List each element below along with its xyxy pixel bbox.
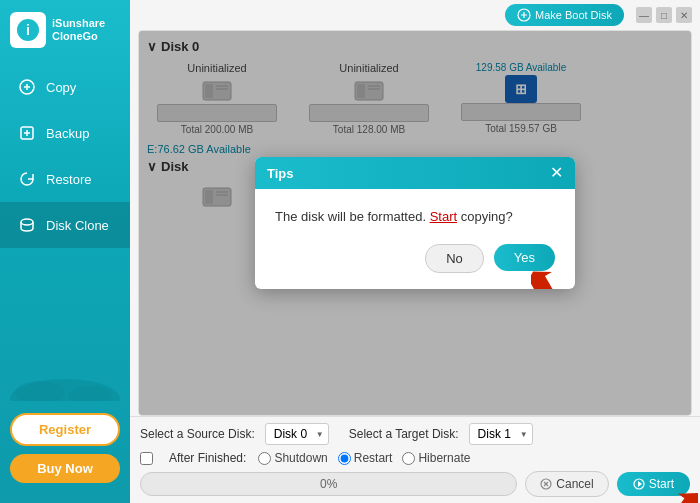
- progress-row: 0% Cancel Star: [140, 471, 690, 497]
- start-icon: [633, 478, 645, 490]
- radio-shutdown[interactable]: Shutdown: [258, 451, 327, 465]
- no-button[interactable]: No: [425, 244, 484, 273]
- disk-area: ∨ Disk 0 Uninitialized Total 200.00 MB: [138, 30, 692, 416]
- app-logo: i iSunshare CloneGo: [0, 0, 130, 60]
- start-button[interactable]: Start: [617, 472, 690, 496]
- main-content: Make Boot Disk — □ ✕ ∨ Disk 0 Uninitiali…: [130, 0, 700, 503]
- buynow-button[interactable]: Buy Now: [10, 454, 120, 483]
- source-target-row: Select a Source Disk: Disk 0 Select a Ta…: [140, 423, 690, 445]
- target-disk-select[interactable]: Disk 1: [469, 423, 533, 445]
- svg-point-4: [21, 219, 33, 225]
- modal-message: The disk will be formatted. Start copyin…: [275, 209, 555, 224]
- minimize-button[interactable]: —: [636, 7, 652, 23]
- window-controls: — □ ✕: [636, 7, 692, 23]
- sidebar-item-restore[interactable]: Restore: [0, 156, 130, 202]
- radio-restart[interactable]: Restart: [338, 451, 393, 465]
- radio-hibernate[interactable]: Hibernate: [402, 451, 470, 465]
- sidebar: i iSunshare CloneGo Copy: [0, 0, 130, 503]
- source-disk-select[interactable]: Disk 0: [265, 423, 329, 445]
- tips-dialog: Tips ✕ The disk will be formatted. Start…: [255, 157, 575, 289]
- titlebar: Make Boot Disk — □ ✕: [130, 0, 700, 30]
- after-finished-row: After Finished: Shutdown Restart Hiberna…: [140, 451, 690, 465]
- svg-text:i: i: [26, 22, 30, 38]
- target-disk-wrapper[interactable]: Disk 1: [469, 423, 533, 445]
- modal-close-button[interactable]: ✕: [550, 165, 563, 181]
- logo-icon: i: [10, 12, 46, 48]
- makeboot-button[interactable]: Make Boot Disk: [505, 4, 624, 26]
- modal-header: Tips ✕: [255, 157, 575, 189]
- progress-text: 0%: [320, 477, 337, 491]
- maximize-button[interactable]: □: [656, 7, 672, 23]
- restore-icon: [16, 168, 38, 190]
- source-disk-wrapper[interactable]: Disk 0: [265, 423, 329, 445]
- radio-group: Shutdown Restart Hibernate: [258, 451, 470, 465]
- sidebar-item-backup[interactable]: Backup: [0, 110, 130, 156]
- cancel-icon: [540, 478, 552, 490]
- sidebar-bottom: Register Buy Now: [0, 351, 130, 503]
- progress-bar: 0%: [140, 472, 517, 496]
- modal-overlay: Tips ✕ The disk will be formatted. Start…: [139, 31, 691, 415]
- svg-marker-28: [638, 481, 642, 487]
- sidebar-nav: Copy Backup Restore: [0, 64, 130, 248]
- diskclone-icon: [16, 214, 38, 236]
- logo-text: iSunshare CloneGo: [52, 17, 105, 43]
- backup-icon: [16, 122, 38, 144]
- modal-body: The disk will be formatted. Start copyin…: [255, 189, 575, 289]
- sidebar-item-diskclone[interactable]: Disk Clone: [0, 202, 130, 248]
- bottom-controls: Select a Source Disk: Disk 0 Select a Ta…: [130, 416, 700, 503]
- modal-buttons: No Yes: [275, 244, 555, 273]
- close-button[interactable]: ✕: [676, 7, 692, 23]
- cancel-button[interactable]: Cancel: [525, 471, 608, 497]
- sidebar-item-copy[interactable]: Copy: [0, 64, 130, 110]
- makeboot-icon: [517, 8, 531, 22]
- copy-icon: [16, 76, 38, 98]
- register-button[interactable]: Register: [10, 413, 120, 446]
- after-finished-checkbox[interactable]: [140, 452, 153, 465]
- yes-button[interactable]: Yes: [494, 244, 555, 271]
